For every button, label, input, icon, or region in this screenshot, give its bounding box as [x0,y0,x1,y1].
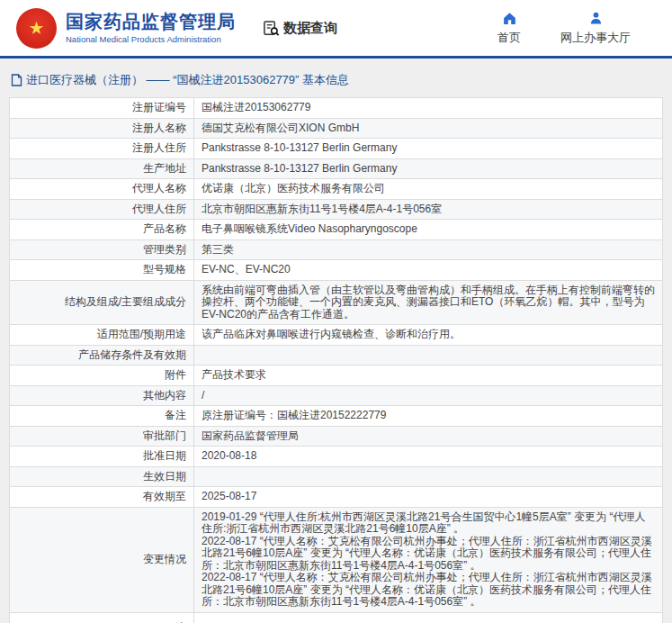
registration-info-table: 注册证编号国械注进20153062779 注册人名称德国艾克松有限公司XION … [9,97,663,623]
person-icon [588,11,604,26]
table-row: 附件产品技术要求 [10,366,663,386]
nav-item-home[interactable]: 首页 [497,11,521,46]
row-label: 型号规格 [10,260,194,281]
breadcrumb: 进口医疗器械（注册） —— “国械注进20153062779” 基本信息 [9,59,663,97]
row-label: 产品储存条件及有效期 [10,345,194,366]
row-value: 国械注进20153062779 [194,98,663,119]
row-label: 注册人名称 [10,118,194,139]
nav-item-service-hall[interactable]: 网上办事大厅 [560,11,631,46]
row-value: 2025-08-17 [194,487,663,508]
row-label: 注册证编号 [10,98,194,119]
row-value: 2020-08-18 [194,447,663,467]
table-row: 结构及组成/主要组成成分系统由前端可弯曲插入管（由主软管以及弯曲管构成）和手柄组… [10,280,663,325]
row-value: 原注册证编号：国械注进20152222779 [194,406,663,427]
row-label: 生产地址 [10,158,194,179]
row-label: 注册人住所 [10,139,194,159]
row-value: 电子鼻咽喉镜系统Video Nasopharyngoscope [194,220,663,240]
table-row: 注册人住所Pankstrasse 8-10-13127 Berlin Germa… [10,139,663,159]
national-emblem-logo: ★ [16,8,57,49]
row-label: 代理人住所 [10,199,194,220]
row-label: 生效日期 [10,466,194,487]
row-label: 变更情况 [10,507,194,612]
table-row: 产品储存条件及有效期 [10,345,663,366]
table-row: 型号规格EV-NC、EV-NC20 [10,260,663,281]
row-value: / [194,385,663,406]
row-label: 批准日期 [10,447,194,467]
emblem-star-icon: ★ [29,19,45,37]
row-value: 系统由前端可弯曲插入管（由主软管以及弯曲管构成）和手柄组成。在手柄上有控制前端弯… [194,280,663,325]
data-query-label: 数据查询 [283,20,337,37]
breadcrumb-text: 进口医疗器械（注册） —— “国械注进20153062779” 基本信息 [26,72,349,88]
nav-item-service-hall-label: 网上办事大厅 [560,30,631,46]
row-label: 代理人名称 [10,179,194,200]
row-label: 管理类别 [10,239,194,260]
row-value [194,345,663,366]
row-label: 适用范围/预期用途 [10,325,194,346]
row-label: 附件 [10,366,194,386]
main-content: 进口医疗器械（注册） —— “国械注进20153062779” 基本信息 注册证… [0,59,672,623]
row-value: Pankstrasse 8-10-13127 Berlin Germany [194,158,663,179]
table-row: 生产地址Pankstrasse 8-10-13127 Berlin German… [10,158,663,179]
row-value: 第三类 [194,239,663,260]
row-value: Pankstrasse 8-10-13127 Berlin Germany [194,139,663,159]
agency-title: 国家药品监督管理局 [66,12,236,32]
row-value: 德国艾克松有限公司XION GmbH [194,118,663,139]
site-header: ★ 国家药品监督管理局 National Medical Products Ad… [0,0,672,56]
row-label: 产品名称 [10,220,194,240]
data-query-button[interactable]: 数据查询 [263,20,337,37]
table-row: 代理人住所北京市朝阳区惠新东街11号1号楼4层A-4-1号056室 [10,199,663,220]
document-search-icon [263,20,280,37]
row-value: 产品技术要求 [194,366,663,386]
table-row: 适用范围/预期用途该产品临床对鼻咽喉进行内窥镜检查、诊断和治疗用。 [10,325,663,346]
row-label: 审批部门 [10,426,194,447]
row-value: EV-NC、EV-NC20 [194,260,663,281]
home-icon [502,11,517,26]
nav-item-home-label: 首页 [497,30,521,46]
table-row: 有效期至2025-08-17 [10,487,663,508]
table-row: 审批部门国家药品监督管理局 [10,426,663,447]
document-icon [11,74,22,86]
table-row: 注册证编号国械注进20153062779 [10,98,663,119]
row-value: 2019-01-29 “代理人住所:杭州市西湖区灵溪北路21号合生国贸中心1幢5… [194,507,663,612]
table-row: 管理类别第三类 [10,239,663,260]
table-row: 生效日期 [10,466,663,487]
row-value: 北京市朝阳区惠新东街11号1号楼4层A-4-1号056室 [194,199,663,220]
row-label: 结构及组成/主要组成成分 [10,280,194,325]
table-row: 产品名称电子鼻咽喉镜系统Video Nasopharyngoscope [10,220,663,240]
row-label: 有效期至 [10,487,194,508]
agency-title-block: 国家药品监督管理局 National Medical Products Admi… [66,12,236,44]
row-value: 国家药品监督管理局 [194,426,663,447]
row-label: 其他内容 [10,385,194,406]
table-row: 其他内容/ [10,385,663,406]
row-value [194,466,663,487]
table-row: 备注原注册证编号：国械注进20152222779 [10,406,663,427]
table-row: 代理人名称优诺康（北京）医药技术服务有限公司 [10,179,663,200]
row-value: 该产品临床对鼻咽喉进行内窥镜检查、诊断和治疗用。 [194,325,663,346]
header-nav: 首页 网上办事大厅 [497,11,656,46]
row-label: 备注 [10,406,194,427]
table-row: 批准日期2020-08-18 [10,447,663,467]
table-row: 注册人名称德国艾克松有限公司XION GmbH [10,118,663,139]
table-row: 变更情况2019-01-29 “代理人住所:杭州市西湖区灵溪北路21号合生国贸中… [10,507,663,612]
table-row-note: 注 详情 [10,612,663,623]
agency-subtitle: National Medical Products Administration [66,34,236,44]
row-value: 优诺康（北京）医药技术服务有限公司 [194,179,663,200]
